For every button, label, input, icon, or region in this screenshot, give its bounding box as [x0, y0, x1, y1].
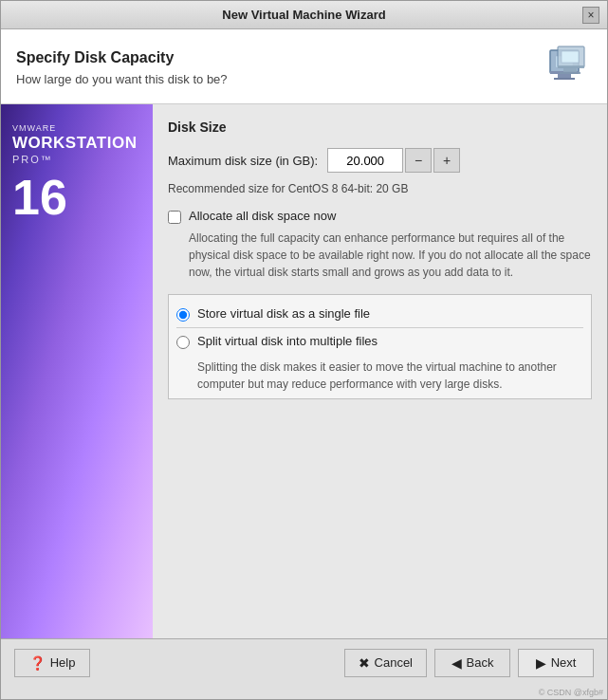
multiple-files-radio[interactable]: [176, 336, 190, 349]
multiple-files-row: Split virtual disk into multiple files: [176, 328, 583, 355]
back-label: Back: [467, 655, 494, 670]
decrease-button[interactable]: −: [405, 148, 432, 173]
page-title: Specify Disk Capacity: [16, 49, 228, 66]
disk-icon: [543, 43, 592, 92]
split-description: Splitting the disk makes it easier to mo…: [197, 359, 583, 393]
window-title: New Virtual Machine Wizard: [26, 8, 582, 22]
help-icon: ❓: [29, 655, 46, 671]
increase-button[interactable]: +: [433, 148, 460, 173]
next-label: Next: [551, 655, 577, 670]
disk-size-row: Maximum disk size (in GB): − +: [168, 148, 592, 173]
back-button[interactable]: ◀ Back: [434, 649, 510, 677]
allocate-label[interactable]: Allocate all disk space now: [189, 209, 336, 223]
pro-label: PRO™: [12, 154, 141, 165]
svg-rect-8: [560, 72, 580, 74]
disk-size-label: Maximum disk size (in GB):: [168, 154, 318, 168]
svg-rect-7: [563, 68, 577, 72]
help-label: Help: [50, 655, 76, 670]
svg-rect-9: [562, 51, 579, 63]
allocate-description: Allocating the full capacity can enhance…: [189, 230, 592, 281]
next-icon: ▶: [536, 655, 546, 671]
disk-size-input[interactable]: [327, 148, 403, 173]
main-window: New Virtual Machine Wizard × Specify Dis…: [0, 0, 608, 700]
section-title: Disk Size: [168, 120, 592, 135]
back-icon: ◀: [451, 655, 462, 671]
allocate-checkbox[interactable]: [168, 211, 181, 224]
content-area: VMWARE WORKSTATION PRO™ 16 Disk Size Max…: [1, 104, 607, 638]
recommended-text: Recommended size for CentOS 8 64-bit: 20…: [168, 182, 592, 195]
footer-right: ✖ Cancel ◀ Back ▶ Next: [344, 649, 594, 677]
single-file-row: Store virtual disk as a single file: [176, 301, 583, 327]
cancel-label: Cancel: [375, 655, 413, 670]
right-panel: Disk Size Maximum disk size (in GB): − +…: [153, 104, 607, 638]
footer-left: ❓ Help: [14, 649, 90, 677]
page-subtitle: How large do you want this disk to be?: [16, 72, 228, 86]
brand-panel: VMWARE WORKSTATION PRO™ 16: [1, 104, 153, 638]
svg-rect-3: [554, 78, 575, 80]
svg-rect-6: [558, 65, 584, 68]
single-file-label[interactable]: Store virtual disk as a single file: [197, 306, 370, 321]
watermark: © CSDN @xfgb#: [1, 686, 607, 699]
next-button[interactable]: ▶ Next: [518, 649, 594, 677]
cancel-icon: ✖: [359, 655, 370, 671]
vmware-label: VMWARE: [12, 123, 141, 133]
header-area: Specify Disk Capacity How large do you w…: [1, 29, 607, 104]
svg-rect-2: [558, 74, 571, 78]
disk-storage-group: Store virtual disk as a single file Spli…: [168, 294, 592, 399]
cancel-button[interactable]: ✖ Cancel: [344, 649, 427, 677]
title-bar: New Virtual Machine Wizard ×: [1, 1, 607, 29]
multiple-files-label[interactable]: Split virtual disk into multiple files: [197, 334, 378, 348]
close-button[interactable]: ×: [582, 7, 599, 24]
version-label: 16: [12, 173, 141, 222]
single-file-radio[interactable]: [176, 308, 190, 322]
help-button[interactable]: ❓ Help: [14, 649, 90, 677]
workstation-label: WORKSTATION: [12, 135, 141, 153]
allocate-row: Allocate all disk space now: [168, 209, 592, 224]
footer: ❓ Help ✖ Cancel ◀ Back ▶ Next: [1, 638, 607, 686]
